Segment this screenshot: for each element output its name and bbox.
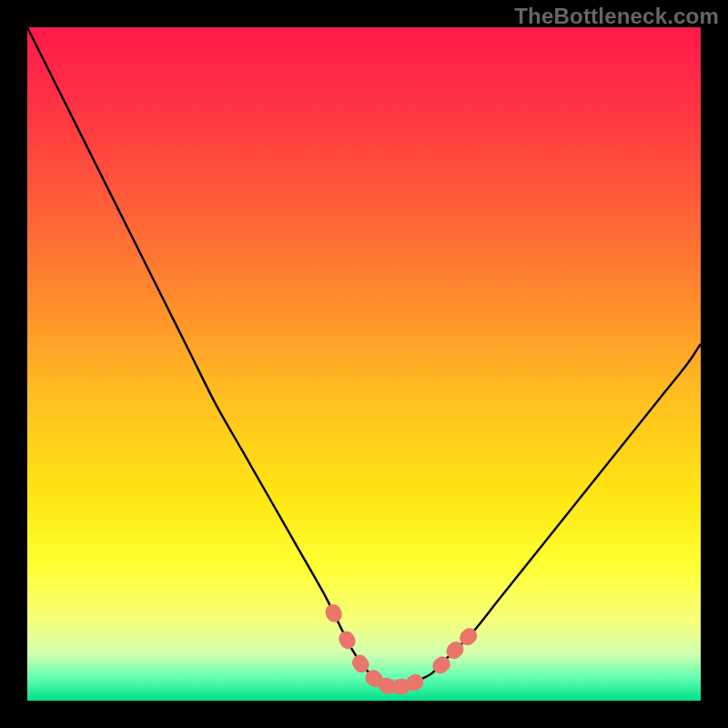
- gradient-background: [27, 27, 701, 701]
- chart-svg: [27, 27, 701, 701]
- plot-area: [27, 27, 701, 701]
- chart-frame: TheBottleneck.com: [0, 0, 728, 728]
- watermark-text: TheBottleneck.com: [514, 4, 719, 29]
